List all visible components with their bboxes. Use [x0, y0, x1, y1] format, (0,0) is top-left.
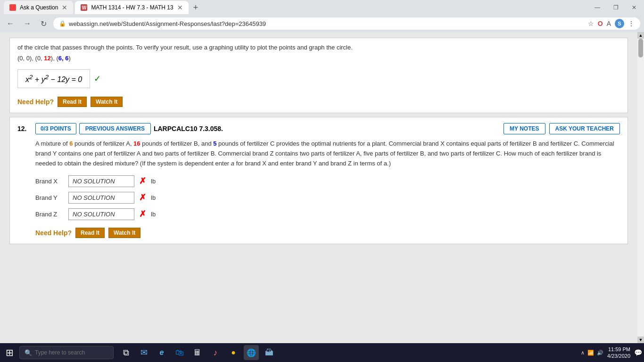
chevron-icon[interactable]: ∧: [581, 350, 585, 356]
previous-answers-button[interactable]: PREVIOUS ANSWERS: [79, 123, 151, 134]
body-text-5: for brand X and enter brand Y and brand …: [234, 160, 391, 167]
q12-need-help-row: Need Help? Read It Watch It: [35, 228, 620, 238]
q12-header: 0/3 POINTS PREVIOUS ANSWERS LARPCALC10 7…: [35, 123, 620, 134]
reload-button[interactable]: ↻: [38, 18, 50, 29]
point-66: 6, 6: [58, 55, 69, 62]
brand-y-unit: lb: [151, 194, 156, 201]
page-container: of the circle that passes through the po…: [0, 38, 637, 301]
taskbar: ⊞ 🔍 ⧉ ✉ e 🛍 🖩 ♪ ● 🌐 🏔 ∧ 📶 🔊 11:59 PM 4/2: [0, 343, 644, 362]
system-icons: ∧ 📶 🔊: [581, 350, 603, 356]
close-button[interactable]: ✕: [628, 4, 640, 11]
notification-icon[interactable]: 💬: [634, 349, 642, 356]
prev-question-text: of the circle that passes through the po…: [17, 44, 620, 51]
forward-button[interactable]: →: [21, 18, 34, 29]
brand-y-row: Brand Y ✗ lb: [35, 192, 620, 204]
extension-icon[interactable]: A: [607, 20, 611, 27]
q12-number: 12.: [17, 123, 31, 132]
q12-need-help-label: Need Help?: [35, 229, 72, 237]
address-bar-row: ← → ↻ 🔒 webassign.net/web/Student/Assign…: [0, 15, 644, 32]
formula-row: x2 + y2 − 12y = 0 ✓: [17, 66, 620, 92]
tab-close-ask[interactable]: ✕: [62, 4, 67, 11]
title-bar: ❓ Ask a Question ✕ W MATH 1314 - HW 7.3 …: [0, 0, 644, 15]
brand-x-unit: lb: [151, 178, 156, 185]
question-12-section: 12. 0/3 POINTS PREVIOUS ANSWERS LARPCALC…: [9, 117, 628, 244]
search-input[interactable]: [35, 349, 101, 356]
search-icon: 🔍: [25, 349, 32, 356]
brand-z-row: Brand Z ✗ lb: [35, 208, 620, 220]
my-notes-button[interactable]: MY NOTES: [504, 123, 545, 134]
clock-display: 11:59 PM 4/23/2020: [607, 346, 630, 360]
main-scroll-area[interactable]: of the circle that passes through the po…: [0, 32, 637, 343]
photos-icon[interactable]: 🏔: [262, 345, 277, 360]
prev-watch-it-button[interactable]: Watch It: [91, 97, 123, 107]
taskbar-right: ∧ 📶 🔊 11:59 PM 4/23/2020 💬: [581, 346, 642, 360]
bottom-spacer: [0, 254, 637, 301]
opera-icon[interactable]: O: [598, 20, 603, 27]
prev-points-text: (0, 0), (0, 12), (6, 6): [17, 55, 620, 62]
network-icon[interactable]: 📶: [587, 350, 594, 356]
q12-header-right: MY NOTES ASK YOUR TEACHER: [504, 123, 620, 134]
ask-teacher-button[interactable]: ASK YOUR TEACHER: [549, 123, 620, 134]
address-bar-actions: ☆ O A S ⋮: [588, 19, 635, 28]
brand-x-row: Brand X ✗ lb: [35, 175, 620, 187]
star-icon[interactable]: ☆: [588, 20, 594, 27]
minimize-button[interactable]: —: [591, 4, 604, 11]
tab-ask-question[interactable]: ❓ Ask a Question ✕: [4, 1, 73, 14]
brand-y-label: Brand Y: [35, 194, 64, 201]
brand-z-label: Brand Z: [35, 211, 64, 218]
formula-display: x2 + y2 − 12y = 0: [17, 69, 90, 88]
tab-close-math[interactable]: ✕: [177, 4, 183, 11]
tab-math[interactable]: W MATH 1314 - HW 7.3 - MATH 13 ✕: [75, 1, 188, 14]
calc-icon[interactable]: 🖩: [190, 345, 205, 360]
chrome-icon[interactable]: ●: [226, 345, 241, 360]
address-bar[interactable]: 🔒 webassign.net/web/Student/Assignment-R…: [53, 17, 640, 30]
menu-icon[interactable]: ⋮: [628, 20, 635, 27]
taskview-icon[interactable]: ⧉: [118, 345, 133, 360]
body-text-1: A mixture of: [35, 140, 69, 147]
brand-z-unit: lb: [151, 211, 156, 218]
new-tab-button[interactable]: +: [190, 3, 201, 13]
lock-icon: 🔒: [59, 20, 66, 27]
prev-need-help-row: Need Help? Read It Watch It: [17, 97, 620, 107]
window-controls: — ❐ ✕: [591, 4, 640, 11]
edge-icon[interactable]: e: [154, 345, 169, 360]
browser-icon[interactable]: 🌐: [244, 345, 259, 360]
point-12: 12: [44, 55, 50, 62]
volume-icon[interactable]: 🔊: [597, 350, 603, 356]
brand-y-incorrect-icon: ✗: [139, 192, 146, 203]
scroll-down-arrow[interactable]: ▼: [637, 337, 644, 343]
correct-checkmark: ✓: [94, 74, 101, 84]
scrollbar[interactable]: ▲ ▼: [637, 32, 644, 343]
date-label: 4/23/2020: [607, 353, 630, 359]
q12-read-it-button[interactable]: Read It: [75, 228, 105, 238]
brand-z-incorrect-icon: ✗: [139, 209, 146, 219]
mail-icon[interactable]: ✉: [136, 345, 151, 360]
q12-watch-it-button[interactable]: Watch It: [108, 228, 140, 238]
q12-outer: 12. 0/3 POINTS PREVIOUS ANSWERS LARPCALC…: [17, 123, 620, 238]
q12-body-text: A mixture of 6 pounds of fertilizer A, 1…: [35, 139, 620, 168]
start-button[interactable]: ⊞: [2, 347, 17, 358]
tab-label-math: MATH 1314 - HW 7.3 - MATH 13: [91, 4, 173, 11]
brand-x-label: Brand X: [35, 178, 64, 185]
media-icon[interactable]: ♪: [208, 345, 223, 360]
tab-label-ask: Ask a Question: [20, 4, 58, 11]
content-wrapper: of the circle that passes through the po…: [0, 32, 644, 343]
store-icon[interactable]: 🛍: [172, 345, 187, 360]
tab-favicon-ask: ❓: [9, 4, 16, 11]
back-button[interactable]: ←: [4, 18, 17, 29]
brand-x-incorrect-icon: ✗: [139, 176, 146, 186]
prev-read-it-button[interactable]: Read It: [58, 97, 87, 107]
brand-z-input[interactable]: [68, 208, 134, 220]
brand-y-input[interactable]: [68, 192, 134, 204]
maximize-button[interactable]: ❐: [610, 4, 622, 11]
prev-question-section: of the circle that passes through the po…: [9, 38, 628, 113]
q12-code: LARPCALC10 7.3.058.: [154, 125, 223, 132]
brand-x-input[interactable]: [68, 175, 134, 187]
tabs-container: ❓ Ask a Question ✕ W MATH 1314 - HW 7.3 …: [4, 1, 201, 14]
scroll-thumb[interactable]: [638, 39, 643, 58]
tab-favicon-math: W: [81, 4, 87, 11]
search-bar[interactable]: 🔍: [19, 346, 114, 359]
address-text: webassign.net/web/Student/Assignment-Res…: [69, 20, 585, 27]
scroll-up-arrow[interactable]: ▲: [637, 32, 644, 39]
profile-icon[interactable]: S: [615, 19, 624, 28]
